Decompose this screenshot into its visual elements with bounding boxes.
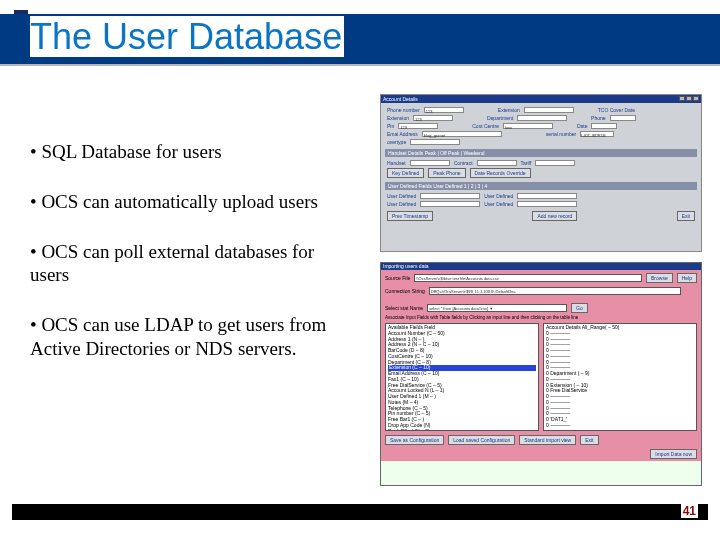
label-tco: TCO Cover Date: [598, 107, 635, 113]
label-email: Emai Address: [387, 131, 418, 137]
field-tco-date[interactable]: [591, 123, 617, 129]
account-form-body: Phone number 123 Extension TCO Cover Dat…: [381, 103, 701, 227]
label-tco-date: Date: [577, 123, 588, 129]
label-cc: Cost Centre: [472, 123, 499, 129]
bullet-item: • OCS can use LDAP to get users from Act…: [30, 313, 350, 361]
connection-field[interactable]: DBQ=\\OcsServer\c$\RI 11.1.100.0\;Defaul…: [429, 287, 681, 295]
field-ot[interactable]: [410, 139, 460, 145]
add-record-button[interactable]: Add new record: [532, 211, 577, 221]
import-window-titlebar: Importing users data: [381, 263, 701, 270]
field-userdef1[interactable]: [420, 193, 480, 199]
window-titlebar: Account Details: [381, 95, 701, 103]
footer-bar: [12, 504, 708, 520]
title-underline: [0, 64, 720, 66]
date-override-button[interactable]: Date Records Override: [470, 168, 531, 178]
go-button[interactable]: Go: [571, 303, 588, 313]
label-connection: Connection String: [385, 288, 425, 294]
help-button[interactable]: Help: [677, 273, 697, 283]
load-config-button[interactable]: Load saved Configuration: [448, 435, 515, 445]
field-cc[interactable]: loss: [503, 123, 553, 129]
import-button-row: Save as Configuration Load saved Configu…: [381, 433, 701, 447]
label-dept: Department: [487, 115, 513, 121]
hint-text: Associate Input Fields with Table fields…: [385, 315, 697, 320]
label-ot: overtype: [387, 139, 406, 145]
import-now-button[interactable]: Import Data now: [650, 449, 697, 459]
label-select-stat: Select stat Name: [385, 305, 423, 311]
field-contract[interactable]: [477, 160, 517, 166]
label-phone: Phone number: [387, 107, 420, 113]
field-ext[interactable]: [524, 107, 574, 113]
prev-timestamp-button[interactable]: Prev Timestamp: [387, 211, 433, 221]
slide-title: The User Database: [30, 16, 344, 58]
field-userdef4[interactable]: [517, 201, 577, 207]
bullet-item: • SQL Database for users: [30, 140, 350, 164]
exit-import-button[interactable]: Exit: [580, 435, 598, 445]
list-item[interactable]: Peak Billed (N – 8): [388, 429, 536, 432]
import-users-screenshot: Importing users data Source File \\OcsSe…: [380, 262, 702, 486]
section-userdef: User Defined Fields User Defined 1 | 2 |…: [385, 182, 697, 190]
field-tariff[interactable]: [535, 160, 575, 166]
label-pin: Pin: [387, 123, 394, 129]
label-contract: Contract: [454, 160, 473, 166]
field-pin[interactable]: 123: [398, 123, 438, 129]
window-controls: [678, 96, 699, 102]
field-tco-phone[interactable]: [610, 115, 636, 121]
exit-button[interactable]: Exit: [677, 211, 695, 221]
field-userdef2[interactable]: [517, 193, 577, 199]
label-tco-phone: Phone: [591, 115, 605, 121]
label-source-file: Source File: [385, 275, 410, 281]
label-userdef: User Defined: [387, 193, 416, 199]
label-tariff: Tariff: [521, 160, 532, 166]
label-ext2: Extension: [387, 115, 409, 121]
save-config-button[interactable]: Save as Configuration: [385, 435, 444, 445]
import-window-title: Importing users data: [383, 263, 429, 269]
field-ext2[interactable]: 123: [413, 115, 453, 121]
account-details-screenshot: Account Details Phone number 123 Extensi…: [380, 94, 702, 252]
label-ext: Extension: [498, 107, 520, 113]
select-stat-dropdown[interactable]: select * from [Accounts data#csv] ▼: [427, 304, 567, 312]
field-email[interactable]: blog_garnet: [422, 131, 502, 137]
field-handset[interactable]: [410, 160, 450, 166]
label-userdef3: User Defined: [387, 201, 416, 207]
account-details-list[interactable]: Account Details All_Range( – 50) 0 ———— …: [543, 323, 697, 431]
label-serial: serial number: [546, 131, 576, 137]
bullet-list: • SQL Database for users • OCS can autom…: [30, 140, 350, 387]
label-userdef2: User Defined: [484, 193, 513, 199]
bullet-item: • OCS can poll external databases for us…: [30, 240, 350, 288]
peak-phone-button[interactable]: Peak Phone: [428, 168, 465, 178]
section-handset: Handset Details Peak | Off Peak | Weeken…: [385, 149, 697, 157]
source-file-field[interactable]: \\OcsServer\c$\btve test file\Accounts d…: [414, 274, 642, 282]
import-top-panel: Source File \\OcsServer\c$\btve test fil…: [381, 270, 701, 300]
import-button-row-2: Import Data now: [381, 447, 701, 461]
browse-button[interactable]: Browse: [646, 273, 673, 283]
bullet-item: • OCS can automatically upload users: [30, 190, 350, 214]
field-phone[interactable]: 123: [424, 107, 464, 113]
label-handset: Handset: [387, 160, 406, 166]
label-userdef4: User Defined: [484, 201, 513, 207]
screenshots-column: Account Details Phone number 123 Extensi…: [380, 94, 702, 496]
field-serial[interactable]: L40CJ8DR5B: [580, 131, 614, 137]
available-fields-list[interactable]: Available Fields Field Account Number (C…: [385, 323, 539, 431]
list-item[interactable]: 0 ————: [546, 423, 694, 429]
field-mapping-lists: Available Fields Field Account Number (C…: [381, 323, 701, 433]
page-number: 41: [681, 504, 698, 518]
key-defined-button[interactable]: Key Defined: [387, 168, 424, 178]
standard-view-button[interactable]: Standard import view: [519, 435, 576, 445]
field-dept[interactable]: [517, 115, 567, 121]
field-userdef3[interactable]: [420, 201, 480, 207]
window-title: Account Details: [383, 96, 418, 102]
import-mid-panel: Select stat Name select * from [Accounts…: [381, 300, 701, 323]
